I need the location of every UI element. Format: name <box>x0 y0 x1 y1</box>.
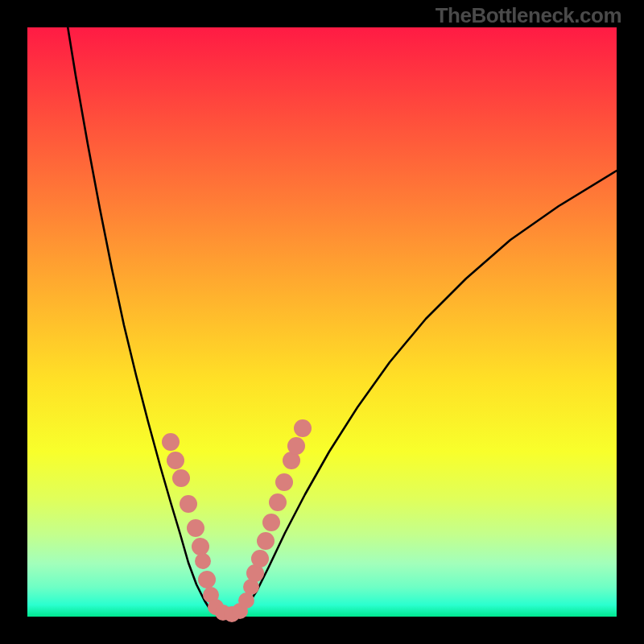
data-marker <box>294 419 312 437</box>
data-marker <box>167 452 184 469</box>
data-marker <box>198 571 216 588</box>
data-marker <box>192 538 209 555</box>
data-marker <box>275 473 293 491</box>
bottleneck-curve <box>65 11 617 615</box>
data-marker <box>187 519 204 537</box>
data-marker <box>180 495 197 513</box>
data-marker <box>251 550 269 568</box>
data-marker <box>269 493 287 511</box>
chart-frame: TheBottleneck.com <box>0 0 644 644</box>
data-marker <box>257 532 275 550</box>
chart-svg <box>27 27 617 617</box>
data-marker <box>195 553 211 569</box>
plot-area <box>27 27 617 617</box>
attribution-text: TheBottleneck.com <box>436 3 621 28</box>
data-marker <box>162 433 180 451</box>
curve-line <box>65 11 617 615</box>
data-marker <box>238 592 254 609</box>
data-markers <box>162 419 312 622</box>
data-marker <box>262 514 280 531</box>
data-marker <box>172 469 190 487</box>
data-marker <box>287 437 305 455</box>
